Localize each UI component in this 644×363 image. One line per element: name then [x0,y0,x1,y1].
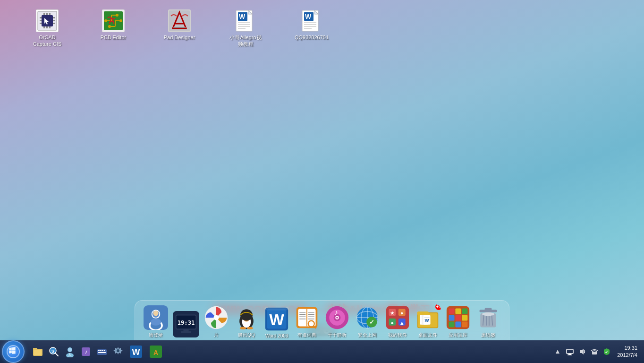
svg-rect-135 [462,315,467,320]
word1-label: 小哥Allegro视 频教程 [229,34,261,48]
svg-rect-5 [40,20,42,21]
trash-icon [475,304,501,331]
quick-launch: S 人 ♪ [30,344,126,359]
desktop-icon-word2[interactable]: W QQ932026701 [293,9,330,41]
pcb-label: PCB Editor [101,34,126,41]
ql-media[interactable]: ♪ [78,344,93,359]
ql-settings[interactable] [110,344,126,359]
dictionary-icon [294,304,320,331]
tray-security[interactable]: ✓ [602,347,611,356]
desktop-icon-pad[interactable]: Pad Designer [161,9,198,41]
svg-point-79 [247,327,253,330]
svg-point-67 [213,315,219,320]
ql-explorer[interactable] [30,344,45,359]
qq-label: 腾讯QQ [238,332,255,338]
svg-text:▲: ▲ [399,320,405,326]
start-button[interactable] [2,340,25,363]
svg-line-153 [55,353,58,356]
contacts-icon [143,304,169,331]
word2-label: QQ932026701 [295,34,329,41]
tray-network[interactable] [590,347,599,356]
svg-text:W: W [269,311,284,328]
svg-rect-4 [40,17,42,18]
svg-text:♪: ♪ [334,309,338,316]
dock-icon-ie[interactable]: ✓ 安全上网 [354,304,381,338]
svg-point-77 [240,309,253,320]
pad-icon [168,9,191,32]
svg-point-156 [68,348,72,352]
desktop-icon-word1[interactable]: W 小哥Allegro视 频教程 [227,9,264,48]
svg-rect-13 [43,26,45,28]
tray-volume[interactable] [577,347,587,356]
dock-icon-mysoft[interactable]: ★ ♦ ● ▲ 我的软件 [384,304,411,338]
svg-rect-130 [449,309,455,314]
desktop-files-badge: +1 [435,304,441,310]
taskbar: S 人 ♪ [0,340,644,363]
svg-rect-138 [462,321,467,327]
ql-user[interactable]: 人 [62,344,77,359]
svg-text:✓: ✓ [369,319,374,326]
svg-rect-163 [102,350,103,351]
svg-text:★: ★ [390,310,395,316]
clock-icon: 19:31 [173,311,199,337]
svg-point-58 [153,311,158,316]
svg-text:♦: ♦ [400,310,403,316]
dock-icon-qq[interactable]: 腾讯QQ [233,304,260,338]
svg-text:W: W [425,318,429,323]
svg-rect-134 [455,315,461,320]
dock-icon-clock[interactable]: 19:31 [173,311,199,338]
system-clock[interactable]: 19:31 2012/7/4 [614,345,640,359]
dock-icon-dictionary[interactable]: 有道词典 [294,304,320,338]
tray-show-desktop[interactable] [565,347,575,356]
desktop-icon-orcad[interactable]: OrCAD Capture CIS [28,9,66,48]
desktop: OrCAD Capture CIS [0,0,644,340]
svg-rect-132 [462,309,467,314]
svg-text:✓: ✓ [605,350,609,354]
svg-text:S: S [51,349,54,354]
svg-rect-140 [485,308,492,311]
svg-rect-7 [53,17,55,18]
svg-rect-172 [567,349,573,354]
dock-icon-word[interactable]: W Word 2003 [263,306,290,338]
svg-text:W: W [132,347,140,357]
orcad-icon [36,9,59,32]
svg-text:●: ● [390,320,394,326]
tray-expand-arrow[interactable] [553,347,562,356]
start-button-orb [7,345,20,358]
taskbar-running-apps: W A [127,343,553,360]
svg-rect-83 [264,307,289,310]
dock-icon-appstore[interactable]: 应用宝库 [445,304,471,338]
desktop-icon-pcb[interactable]: A PCB Editor [94,9,132,41]
svg-rect-149 [33,348,37,350]
mysoft-label: 我的软件 [388,332,407,338]
trash-label: 废纸篓 [481,332,495,338]
dock-icon-photos[interactable]: 片 [203,304,229,338]
clock-time: 19:31 [617,345,637,352]
dock-icon-music[interactable]: ♪ 千千静听 [324,304,350,338]
contacts-label: 请登录 [149,332,163,338]
svg-rect-162 [100,350,102,351]
ql-keyboard[interactable] [94,344,110,359]
svg-rect-173 [568,354,571,354]
ql-search[interactable]: S [46,344,61,359]
clock-date: 2012/7/4 [617,352,637,359]
dock-icon-trash[interactable]: 废纸篓 [475,304,501,338]
system-tray: ✓ 19:31 2012/7/4 [553,345,640,359]
dock-icon-contacts[interactable]: 请登录 [143,304,169,338]
svg-rect-164 [104,350,105,351]
mysoft-icon: ★ ♦ ● ▲ [384,304,411,331]
dock-icon-desktop-files[interactable]: W +1 桌面文件 [415,304,441,338]
taskbar-word[interactable]: W [127,343,144,360]
svg-rect-176 [592,352,597,354]
svg-text:♪: ♪ [85,348,87,355]
desktop-files-icon: W +1 [415,304,441,331]
music-icon: ♪ [324,304,350,331]
taskbar-pcb[interactable]: A [147,343,164,360]
dictionary-label: 有道词典 [297,332,316,338]
svg-point-27 [116,14,119,17]
svg-point-166 [117,349,119,352]
svg-marker-171 [556,350,559,354]
photos-label: 片 [214,332,219,338]
svg-rect-11 [46,13,48,15]
qq-icon [233,304,260,331]
